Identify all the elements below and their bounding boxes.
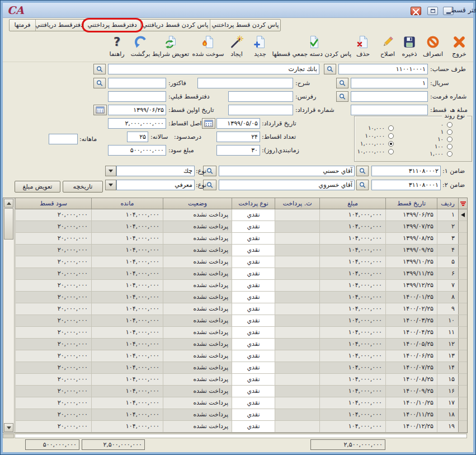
first-date-calendar-button[interactable]: [93, 105, 107, 115]
invoice-search-button[interactable]: [93, 78, 106, 88]
table-row[interactable]: ۹ ۱۴۰۰/۰۲/۲۵ ۱۰۴,۰۰۰,۰۰۰ نقدي پرداخت نشد…: [15, 303, 467, 315]
tab-pass-receivable[interactable]: پاس كردن قسط دريافتني: [140, 20, 210, 31]
tab-payable-book[interactable]: دفترقسط پرداختني: [83, 20, 140, 31]
profit-amount-field[interactable]: ۵۰۰,۰۰۰,۰۰۰: [108, 145, 166, 156]
header-status[interactable]: وضعيت: [163, 198, 232, 209]
type1-dropdown-button[interactable]: [105, 166, 116, 176]
exit-button[interactable]: خروج: [446, 34, 472, 60]
type1-combobox[interactable]: چك: [116, 166, 195, 176]
header-payment-type[interactable]: نوع پرداخت: [232, 198, 275, 209]
table-row[interactable]: ۱ ۱۳۹۹/۰۶/۲۵ ۱۰۴,۰۰۰,۰۰۰ نقدي پرداخت نشد…: [15, 209, 467, 221]
table-row[interactable]: ۱۴ ۱۴۰۰/۰۷/۲۵ ۱۰۴,۰۰۰,۰۰۰ نقدي پرداخت نش…: [15, 362, 467, 374]
header-row-number[interactable]: رديف: [437, 198, 458, 209]
history-button[interactable]: تاريخچه: [63, 181, 103, 193]
guarantor2-search-button[interactable]: [356, 180, 369, 190]
rounding-option[interactable]: ۱۰,۰۰۰,۰۰۰: [355, 149, 473, 156]
help-button[interactable]: ? راهنما: [105, 34, 129, 60]
table-row[interactable]: ۱۷ ۱۴۰۰/۱۰/۲۵ ۱۰۴,۰۰۰,۰۰۰ نقدي پرداخت نش…: [15, 397, 467, 409]
rounding-option[interactable]: ۱۰,۰۰۰: [355, 125, 473, 132]
row-selector[interactable]: [458, 386, 467, 397]
guarantor2-code-field[interactable]: ۳۱۱۰۸۰۰۰۱: [371, 180, 441, 190]
guarantor1-name-field[interactable]: آقاي حسني: [219, 166, 355, 176]
principal-field[interactable]: ۲,۰۰۰,۰۰۰,۰۰۰: [108, 118, 166, 129]
scroll-down-button[interactable]: [4, 423, 13, 432]
row-selector[interactable]: [458, 327, 467, 338]
table-row[interactable]: ۱۸ ۱۴۰۰/۱۱/۲۵ ۱۰۴,۰۰۰,۰۰۰ نقدي پرداخت نش…: [15, 409, 467, 421]
tab-formats[interactable]: فرمتها: [10, 20, 35, 31]
filter-header-cell[interactable]: [458, 198, 467, 209]
table-row[interactable]: ۷ ۱۳۹۹/۱۲/۲۵ ۱۰۴,۰۰۰,۰۰۰ نقدي پرداخت نشد…: [15, 280, 467, 292]
reference-field[interactable]: [228, 91, 293, 102]
previous-book-field[interactable]: [108, 91, 166, 102]
serial-search-button[interactable]: [336, 78, 348, 88]
format-search-button[interactable]: [336, 91, 348, 102]
tab-pass-payable[interactable]: پاس كردن قسط پرداختني: [210, 20, 280, 31]
row-selector[interactable]: [458, 374, 467, 385]
row-selector[interactable]: [458, 350, 467, 362]
row-selector[interactable]: [458, 339, 467, 350]
account-field[interactable]: ۱۱۰۰۱۰۰۰۱: [338, 64, 428, 74]
create-button[interactable]: ايجاد: [225, 34, 248, 60]
monthly-field[interactable]: [49, 134, 78, 144]
table-row[interactable]: ۱۹ ۱۴۰۰/۱۲/۲۵ ۱۰۴,۰۰۰,۰۰۰ نقدي پرداخت نش…: [15, 421, 467, 433]
table-row[interactable]: ۲ ۱۳۹۹/۰۷/۲۵ ۱۰۴,۰۰۰,۰۰۰ نقدي پرداخت نشد…: [15, 221, 467, 233]
schedule-days-field[interactable]: ۳۰: [216, 145, 260, 156]
burned-button[interactable]: سوخت شده: [191, 34, 225, 60]
row-selector[interactable]: [458, 362, 467, 373]
type2-combobox[interactable]: معرفي: [116, 180, 195, 190]
guarantor2-name-field[interactable]: آقاي خسروي: [219, 180, 355, 190]
guarantor1-code-field[interactable]: ۳۱۱۰۸۰۰۰۲: [371, 166, 441, 176]
row-selector[interactable]: [458, 421, 467, 432]
close-button[interactable]: [411, 7, 421, 15]
table-row[interactable]: ۱۱ ۱۴۰۰/۰۴/۲۵ ۱۰۴,۰۰۰,۰۰۰ نقدي پرداخت نش…: [15, 327, 467, 339]
header-balance[interactable]: مانده: [91, 198, 163, 209]
description-field[interactable]: [197, 78, 293, 88]
row-selector[interactable]: [458, 409, 467, 420]
return-button[interactable]: برگشت: [129, 34, 152, 60]
tab-receivable-book[interactable]: دفترقسط دريافتني: [35, 20, 83, 31]
per-installment-field[interactable]: [351, 105, 428, 115]
annual-percent-field[interactable]: ۲۵: [127, 132, 148, 142]
table-row[interactable]: ۱۳ ۱۴۰۰/۰۶/۲۵ ۱۰۴,۰۰۰,۰۰۰ نقدي پرداخت نش…: [15, 350, 467, 362]
save-button[interactable]: ذخيره: [399, 34, 420, 60]
type2-dropdown-button[interactable]: [105, 180, 116, 190]
format-number-field[interactable]: [351, 91, 428, 102]
row-selector[interactable]: [458, 292, 467, 303]
contract-number-field[interactable]: [228, 105, 293, 115]
scrollbar-thumb[interactable]: [4, 208, 13, 240]
scroll-up-button[interactable]: [4, 199, 13, 208]
row-selector[interactable]: [458, 221, 467, 232]
contract-date-field[interactable]: ۱۳۹۹/۰۵/۰۵: [216, 118, 260, 129]
serial-field[interactable]: ۱: [351, 78, 428, 88]
row-selector[interactable]: [458, 233, 467, 244]
account-name-field[interactable]: بانك تجارت: [108, 64, 319, 74]
first-installment-date-field[interactable]: ۱۳۹۹/۰۶/۲۵: [108, 105, 166, 115]
table-row[interactable]: ۴ ۱۳۹۹/۰۹/۲۵ ۱۰۴,۰۰۰,۰۰۰ نقدي پرداخت نشد…: [15, 245, 467, 256]
table-row[interactable]: ۵ ۱۳۹۹/۱۰/۲۵ ۱۰۴,۰۰۰,۰۰۰ نقدي پرداخت نشد…: [15, 256, 467, 268]
installment-count-field[interactable]: ۲۴: [216, 132, 260, 142]
change-amount-button[interactable]: تعويض مبلغ: [15, 181, 60, 193]
header-installment-date[interactable]: تاريخ قسط: [385, 198, 437, 209]
bulk-pass-button[interactable]: پاس كردن دسته جمعي قسطها: [276, 34, 351, 60]
cancel-button[interactable]: انصراف: [420, 34, 446, 60]
new-button[interactable]: جديد: [249, 34, 271, 60]
header-payment-date[interactable]: ت. پرداخت: [275, 198, 319, 209]
account-name-search-button[interactable]: [93, 64, 106, 74]
table-row[interactable]: ۳ ۱۳۹۹/۰۸/۲۵ ۱۰۴,۰۰۰,۰۰۰ نقدي پرداخت نشد…: [15, 233, 467, 245]
table-row[interactable]: ۱۶ ۱۴۰۰/۰۹/۲۵ ۱۰۴,۰۰۰,۰۰۰ نقدي پرداخت نش…: [15, 386, 467, 397]
invoice-field[interactable]: [108, 78, 166, 88]
table-row[interactable]: ۸ ۱۴۰۰/۰۱/۲۵ ۱۰۴,۰۰۰,۰۰۰ نقدي پرداخت نشد…: [15, 292, 467, 303]
row-selector[interactable]: [458, 397, 467, 409]
table-row[interactable]: ۶ ۱۳۹۹/۱۱/۲۵ ۱۰۴,۰۰۰,۰۰۰ نقدي پرداخت نشد…: [15, 268, 467, 280]
row-selector[interactable]: [458, 209, 467, 221]
row-selector[interactable]: [458, 280, 467, 291]
guarantor1-search-button[interactable]: [356, 166, 369, 176]
row-selector[interactable]: [458, 256, 467, 268]
maximize-button[interactable]: [427, 7, 438, 15]
table-row[interactable]: ۱۵ ۱۴۰۰/۰۸/۲۵ ۱۰۴,۰۰۰,۰۰۰ نقدي پرداخت نش…: [15, 374, 467, 386]
row-selector[interactable]: [458, 268, 467, 279]
delete-button[interactable]: حذف: [352, 34, 374, 60]
edit-button[interactable]: اصلاح: [376, 34, 399, 60]
horizontal-scrollbar[interactable]: [15, 434, 467, 438]
table-row[interactable]: ۱۰ ۱۴۰۰/۰۳/۲۵ ۱۰۴,۰۰۰,۰۰۰ نقدي پرداخت نش…: [15, 315, 467, 327]
